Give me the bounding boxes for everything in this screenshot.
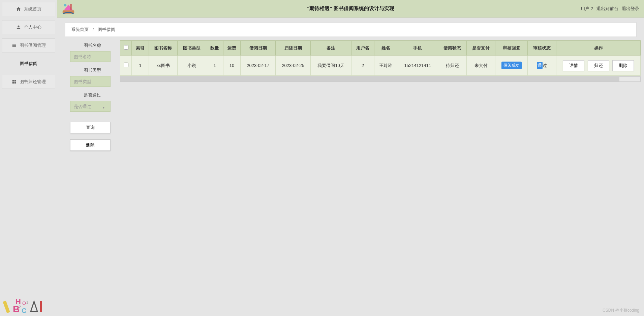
header-actions: 用户 2 退出到前台 退出登录 bbox=[581, 6, 639, 12]
row-delete-button[interactable]: 删除 bbox=[612, 60, 634, 71]
th-realname: 姓名 bbox=[374, 41, 397, 56]
cell-qty: 1 bbox=[206, 56, 223, 76]
svg-text:1: 1 bbox=[26, 301, 28, 304]
sidebar: 系统首页 个人中心 图书借阅管理 图书借阅 图书归还管理 bbox=[0, 0, 57, 316]
cell-fee: 10 bbox=[223, 56, 241, 76]
cell-index: 1 bbox=[132, 56, 149, 76]
table-row: 1 xx图书 小说 1 10 2023-02-17 2023-02-25 我要借… bbox=[120, 56, 641, 76]
delete-button[interactable]: 删除 bbox=[70, 139, 111, 151]
page-title: "期待相遇" 图书借阅系统的设计与实现 bbox=[57, 5, 644, 12]
table-header-row: 索引 图书名称 图书类型 数量 运费 借阅日期 归还日期 备注 用户名 姓名 手… bbox=[120, 41, 641, 56]
th-actions: 操作 bbox=[556, 41, 641, 56]
person-icon bbox=[16, 25, 21, 30]
book-type-input[interactable] bbox=[70, 76, 111, 87]
th-phone: 手机 bbox=[397, 41, 438, 56]
th-returndate: 归还日期 bbox=[276, 41, 311, 56]
th-index: 索引 bbox=[132, 41, 149, 56]
svg-text:C: C bbox=[22, 307, 26, 314]
reply-tag: 借阅成功 bbox=[501, 62, 522, 69]
nav-label: 个人中心 bbox=[24, 24, 41, 30]
cell-borrowstatus: 待归还 bbox=[438, 56, 467, 76]
table-container: 索引 图书名称 图书类型 数量 运费 借阅日期 归还日期 备注 用户名 姓名 手… bbox=[120, 40, 641, 316]
th-reply: 审核回复 bbox=[495, 41, 528, 56]
nav-return-mgmt[interactable]: 图书归还管理 bbox=[2, 75, 55, 89]
th-booktype: 图书类型 bbox=[178, 41, 206, 56]
th-fee: 运费 bbox=[223, 41, 241, 56]
home-icon bbox=[16, 6, 21, 12]
nav-label: 图书借阅管理 bbox=[20, 42, 46, 48]
cell-phone: 15214121411 bbox=[397, 56, 438, 76]
filter-label-pass: 是否通过 bbox=[67, 92, 115, 98]
nav-home[interactable]: 系统首页 bbox=[2, 2, 55, 16]
filter-label-booktype: 图书类型 bbox=[67, 67, 115, 73]
cell-paid: 未支付 bbox=[467, 56, 495, 76]
header: "期待相遇" 图书借阅系统的设计与实现 用户 2 退出到前台 退出登录 bbox=[57, 0, 644, 17]
cell-actions: 详情 归还 删除 bbox=[556, 56, 641, 76]
borrow-table: 索引 图书名称 图书类型 数量 运费 借阅日期 归还日期 备注 用户名 姓名 手… bbox=[120, 40, 641, 76]
nav-label: 系统首页 bbox=[24, 6, 41, 12]
watermark: CSDN @小蔡coding bbox=[603, 308, 639, 313]
cell-realname: 王玲玲 bbox=[374, 56, 397, 76]
user-label[interactable]: 用户 2 bbox=[581, 6, 593, 12]
query-button[interactable]: 查询 bbox=[70, 122, 111, 133]
th-remark: 备注 bbox=[311, 41, 351, 56]
nav-borrow[interactable]: 图书借阅 bbox=[2, 57, 55, 71]
horizontal-scrollbar[interactable] bbox=[120, 76, 641, 82]
cell-borrowdate: 2023-02-17 bbox=[241, 56, 276, 76]
breadcrumb-leaf: 图书借阅 bbox=[98, 27, 115, 32]
bottom-logo-icon: H O B C 2 1 bbox=[2, 294, 53, 315]
th-paid: 是否支付 bbox=[467, 41, 495, 56]
cell-booktype: 小说 bbox=[178, 56, 206, 76]
nav-profile[interactable]: 个人中心 bbox=[2, 20, 55, 34]
svg-text:O: O bbox=[22, 301, 26, 306]
select-all-checkbox[interactable] bbox=[124, 45, 128, 50]
cell-username: 2 bbox=[351, 56, 374, 76]
cell-bookname: xx图书 bbox=[149, 56, 178, 76]
detail-button[interactable]: 详情 bbox=[563, 60, 584, 71]
svg-rect-2 bbox=[70, 4, 72, 9]
grid-icon bbox=[11, 79, 17, 84]
return-button[interactable]: 归还 bbox=[588, 60, 609, 71]
link-frontend[interactable]: 退出到前台 bbox=[596, 6, 618, 12]
filter-panel: 图书名称 图书类型 是否通过 是否通过 查询 删除 bbox=[61, 34, 118, 316]
th-bookname: 图书名称 bbox=[149, 41, 178, 56]
row-checkbox[interactable] bbox=[124, 63, 128, 67]
filter-label-bookname: 图书名称 bbox=[67, 42, 115, 48]
nav-label: 图书归还管理 bbox=[20, 79, 46, 85]
audit-state: 通过 bbox=[537, 63, 547, 69]
content: 图书名称 图书类型 是否通过 是否通过 查询 删除 索引 图书名称 图书类型 数… bbox=[61, 34, 641, 316]
nav-borrow-mgmt[interactable]: 图书借阅管理 bbox=[2, 38, 55, 52]
book-name-input[interactable] bbox=[70, 51, 111, 62]
th-borrowdate: 借阅日期 bbox=[241, 41, 276, 56]
svg-rect-8 bbox=[40, 301, 42, 312]
breadcrumb-sep: / bbox=[93, 27, 94, 32]
logo-icon bbox=[60, 1, 77, 17]
cell-remark: 我要借阅10天 bbox=[311, 56, 351, 76]
svg-rect-3 bbox=[3, 301, 10, 313]
main: "期待相遇" 图书借阅系统的设计与实现 用户 2 退出到前台 退出登录 系统首页… bbox=[57, 0, 644, 316]
pass-select[interactable]: 是否通过 bbox=[70, 101, 111, 112]
th-qty: 数量 bbox=[206, 41, 223, 56]
breadcrumb-root[interactable]: 系统首页 bbox=[71, 27, 89, 32]
th-audit: 审核状态 bbox=[527, 41, 556, 56]
th-username: 用户名 bbox=[351, 41, 374, 56]
list-icon bbox=[11, 43, 17, 48]
cell-returndate: 2023-02-25 bbox=[276, 56, 311, 76]
svg-text:2: 2 bbox=[19, 305, 21, 309]
svg-point-1 bbox=[64, 4, 67, 6]
link-logout[interactable]: 退出登录 bbox=[622, 6, 639, 12]
nav-label: 图书借阅 bbox=[20, 61, 37, 67]
th-borrowstatus: 借阅状态 bbox=[438, 41, 467, 56]
